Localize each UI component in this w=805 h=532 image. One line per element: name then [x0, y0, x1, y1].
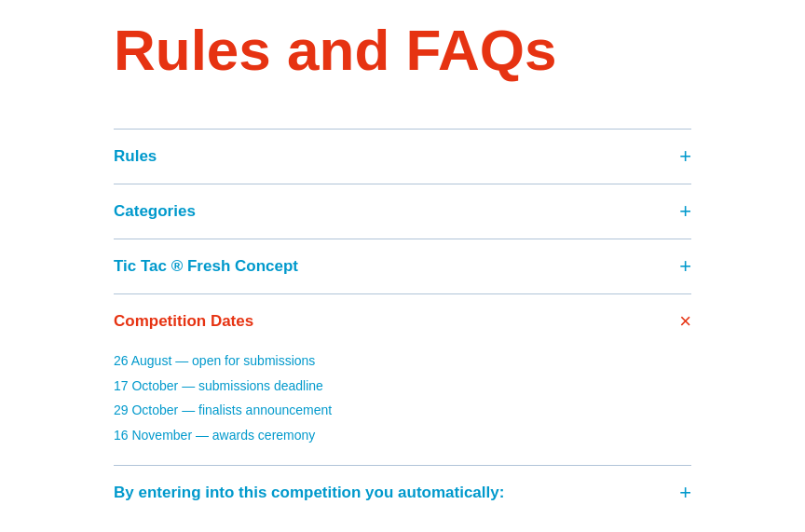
accordion-label-entering: By entering into this competition you au…: [114, 484, 504, 502]
accordion-item-categories: Categories +: [114, 184, 691, 239]
accordion-item-tic-tac: Tic Tac ® Fresh Concept +: [114, 239, 691, 293]
page-title: Rules and FAQs: [114, 19, 691, 82]
accordion-label-rules: Rules: [114, 147, 157, 166]
accordion-item-competition-dates: Competition Dates × 26 August — open for…: [114, 293, 691, 464]
accordion-header-entering[interactable]: By entering into this competition you au…: [114, 466, 691, 520]
accordion-icon-categories: +: [679, 201, 691, 222]
date-item-4: 16 November — awards ceremony: [114, 423, 691, 448]
accordion-header-competition-dates[interactable]: Competition Dates ×: [114, 294, 691, 348]
accordion-icon-rules: +: [679, 146, 691, 167]
accordion-label-tic-tac: Tic Tac ® Fresh Concept: [114, 257, 298, 276]
date-item-3: 29 October — finalists announcement: [114, 398, 691, 423]
accordion-label-categories: Categories: [114, 202, 196, 221]
accordion-header-tic-tac[interactable]: Tic Tac ® Fresh Concept +: [114, 239, 691, 293]
accordion-item-entering: By entering into this competition you au…: [114, 465, 691, 520]
date-item-1: 26 August — open for submissions: [114, 348, 691, 374]
accordion-header-categories[interactable]: Categories +: [114, 184, 691, 239]
accordion-item-rules: Rules +: [114, 129, 691, 184]
accordion-label-competition-dates: Competition Dates: [114, 312, 253, 331]
accordion-icon-entering: +: [679, 483, 691, 503]
date-item-2: 17 October — submissions deadline: [114, 374, 691, 399]
accordion-list: Rules + Categories + Tic Tac ® Fresh Con…: [114, 129, 691, 519]
accordion-header-rules[interactable]: Rules +: [114, 130, 691, 184]
accordion-icon-tic-tac: +: [679, 256, 691, 277]
accordion-icon-competition-dates: ×: [679, 311, 691, 332]
accordion-content-competition-dates: 26 August — open for submissions 17 Octo…: [114, 348, 691, 464]
page-container: Rules and FAQs Rules + Categories + Tic …: [76, 0, 729, 532]
